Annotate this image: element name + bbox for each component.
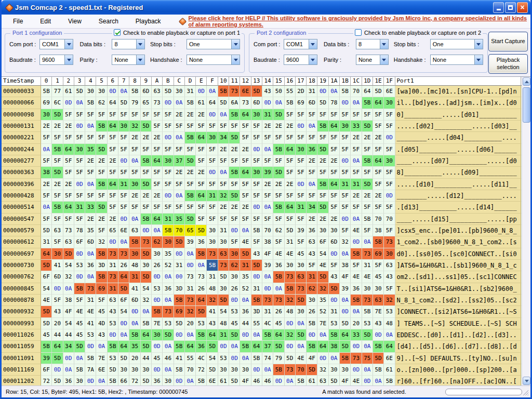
hex-cell[interactable]: 5F [329, 190, 340, 202]
hex-cell[interactable]: 5F [362, 167, 373, 178]
hex-cell[interactable]: 32 [384, 295, 395, 306]
port2-handshake-dropdown-button[interactable] [474, 55, 483, 64]
hex-cell[interactable]: 3D [96, 260, 107, 271]
hex-cell[interactable]: 55 [185, 353, 196, 364]
hex-cell[interactable]: 2E [152, 132, 163, 143]
hex-cell[interactable]: 5F [74, 167, 85, 178]
hex-cell[interactable]: 5D [317, 202, 328, 213]
help-link[interactable]: Please click here for HELP // This utili… [189, 15, 530, 28]
hex-cell[interactable]: 0A [307, 179, 317, 190]
hex-cell[interactable]: 7E [373, 306, 384, 317]
hex-cell[interactable]: 5F [240, 179, 251, 190]
hex-cell[interactable]: 35 [129, 341, 140, 352]
port2-baudrate-dropdown-button[interactable] [309, 55, 317, 64]
hex-cell[interactable]: 5F [74, 132, 85, 143]
hex-cell[interactable]: 5B [85, 97, 96, 109]
hex-cell[interactable]: 36 [307, 225, 317, 236]
hex-cell[interactable]: 5D [229, 132, 240, 143]
hex-cell[interactable]: 5F [96, 167, 107, 178]
menu-search[interactable]: Search [99, 18, 118, 25]
hex-cell[interactable]: 30 [163, 376, 174, 385]
port2-parity-select[interactable]: None [356, 55, 389, 65]
hex-cell[interactable]: 5F [262, 132, 273, 143]
hex-cell[interactable]: 5F [196, 144, 207, 155]
timestamp-cell[interactable]: 000011059 [2, 341, 41, 352]
hex-cell[interactable]: 0A [240, 353, 251, 364]
hex-cell[interactable]: 2E [317, 214, 328, 225]
hex-cell[interactable]: 64 [118, 341, 129, 352]
hex-cell[interactable]: 4F [307, 353, 317, 364]
port1-parity-dropdown-button[interactable] [136, 55, 144, 64]
hex-cell[interactable]: 0D [317, 353, 328, 364]
hex-cell[interactable]: 5F [85, 167, 96, 178]
hex-cell[interactable]: 5F [373, 109, 384, 121]
port1-databits-select[interactable]: 8 [112, 39, 144, 49]
hex-cell[interactable]: 0D [85, 341, 96, 352]
hex-cell[interactable]: 5F [340, 190, 351, 202]
hex-cell[interactable]: 30 [218, 236, 229, 248]
hex-cell[interactable]: 64 [63, 144, 74, 155]
ascii-cell[interactable]: ]CONNECT..[si2]ATS6=1&H0&R1..[~S [395, 306, 521, 317]
hex-cell[interactable]: 0A [196, 260, 207, 271]
hex-cell[interactable]: 31 [174, 260, 185, 271]
hex-cell[interactable]: 31 [262, 109, 273, 121]
hex-cell[interactable]: 73 [163, 306, 174, 317]
hex-cell[interactable]: 43 [52, 306, 63, 317]
hex-cell[interactable]: 5F [373, 121, 384, 132]
hex-cell[interactable]: 30 [329, 225, 340, 236]
hex-cell[interactable]: 5B [285, 97, 296, 109]
hex-cell[interactable]: 72 [41, 376, 52, 385]
hex-cell[interactable]: 5F [174, 202, 185, 213]
port2-comport-dropdown-button[interactable] [309, 39, 317, 49]
hex-cell[interactable]: 44 [52, 329, 63, 341]
timestamp-cell[interactable]: 000000762 [2, 271, 41, 283]
hex-cell[interactable]: 30 [52, 248, 63, 260]
hex-cell[interactable]: 2E [141, 190, 152, 202]
hex-cell[interactable]: 61 [63, 86, 74, 97]
hex-cell[interactable]: 5F [296, 155, 307, 167]
timestamp-cell[interactable]: 000011026 [2, 329, 41, 341]
hex-cell[interactable]: 5F [118, 132, 129, 143]
hex-cell[interactable]: 72 [196, 364, 207, 376]
hex-cell[interactable]: 5F [317, 109, 328, 121]
scroll-up-button[interactable] [523, 77, 530, 86]
hex-cell[interactable]: 5D [373, 86, 384, 97]
ascii-cell[interactable]: ________.....[d04]__________.... [395, 132, 521, 143]
hex-cell[interactable]: 30 [296, 260, 307, 271]
hex-cell[interactable]: 5F [108, 109, 118, 121]
hex-cell[interactable]: 0A [362, 236, 373, 248]
hex-cell[interactable]: 5D [373, 353, 384, 364]
hex-cell[interactable]: 0D [185, 260, 196, 271]
hex-cell[interactable]: 5B [307, 318, 317, 329]
hex-cell[interactable]: 5F [74, 190, 85, 202]
hex-cell[interactable]: 00 [174, 271, 185, 283]
timestamp-cell[interactable]: 000000878 [2, 295, 41, 306]
port1-stopbits-select[interactable]: One [187, 39, 240, 49]
port1-handshake-select[interactable]: None [187, 55, 240, 65]
hex-cell[interactable]: 0A [384, 329, 395, 341]
hex-cell[interactable]: 5D [317, 97, 328, 109]
hex-cell[interactable]: 5F [108, 132, 118, 143]
hex-cell[interactable]: 2E [52, 121, 63, 132]
hex-cell[interactable]: 0D [74, 179, 85, 190]
port2-parity-dropdown-button[interactable] [380, 55, 388, 64]
hex-cell[interactable]: 5F [207, 155, 218, 167]
hex-cell[interactable]: 52 [317, 306, 328, 317]
hex-cell[interactable]: 0D [52, 364, 63, 376]
hex-cell[interactable]: 73 [108, 271, 118, 283]
hex-cell[interactable]: 5F [63, 109, 74, 121]
hex-cell[interactable]: 6D [251, 97, 262, 109]
hex-cell[interactable]: 43 [96, 329, 107, 341]
ascii-cell[interactable]: r]60..[fr]60..[na]OFF..[ac]ON..[ [395, 376, 521, 385]
hex-cell[interactable]: 5B [329, 329, 340, 341]
hex-cell[interactable]: 32 [96, 236, 107, 248]
hex-cell[interactable]: 5F [251, 236, 262, 248]
hex-cell[interactable]: 5F [218, 214, 229, 225]
hex-cell[interactable]: 54 [141, 283, 152, 295]
hex-cell[interactable]: 5F [196, 202, 207, 213]
hex-cell[interactable]: 31 [307, 86, 317, 97]
hex-cell[interactable]: 0D [207, 109, 218, 121]
hex-cell[interactable]: 4F [240, 376, 251, 385]
hex-cell[interactable]: 5F [229, 236, 240, 248]
hex-cell[interactable]: 45 [373, 271, 384, 283]
